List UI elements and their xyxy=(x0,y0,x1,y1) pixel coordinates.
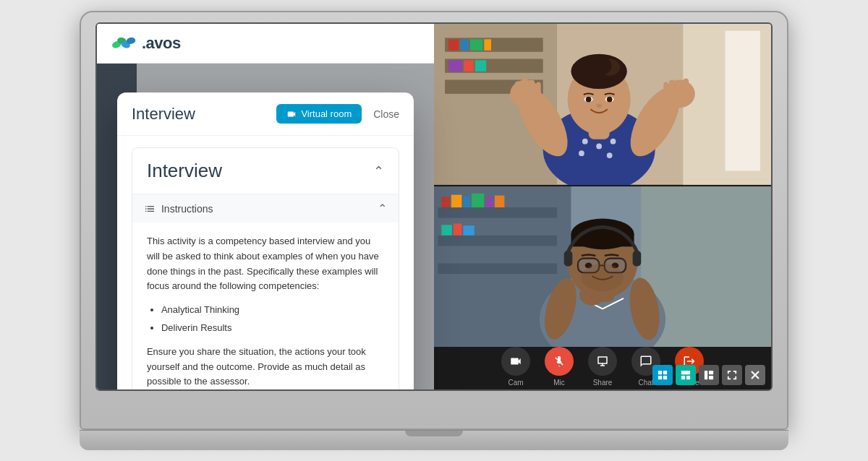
close-button[interactable]: Close xyxy=(373,108,399,120)
competency-item-2: Deliverin Results xyxy=(161,321,384,336)
svg-rect-34 xyxy=(669,79,675,98)
avos-header: .avos xyxy=(97,24,434,64)
svg-rect-33 xyxy=(683,79,689,98)
video-grid xyxy=(434,24,771,347)
svg-rect-51 xyxy=(438,263,557,274)
svg-rect-79 xyxy=(633,251,642,266)
modal-body: Interview ⌃ xyxy=(117,136,414,391)
video-scene-female xyxy=(434,24,771,185)
svg-rect-55 xyxy=(472,193,484,207)
svg-rect-60 xyxy=(463,225,474,236)
cam-icon xyxy=(501,347,530,376)
share-svg xyxy=(596,355,609,368)
svg-rect-29 xyxy=(529,79,535,98)
svg-point-45 xyxy=(596,103,602,108)
laptop-screen: .avos Inte xyxy=(95,22,773,391)
svg-rect-17 xyxy=(475,60,486,71)
svg-rect-49 xyxy=(438,207,557,218)
list-icon xyxy=(144,203,156,215)
toolbar-close-button[interactable] xyxy=(745,365,765,385)
svg-rect-89 xyxy=(709,371,713,374)
svg-rect-86 xyxy=(681,376,685,379)
svg-point-77 xyxy=(582,263,624,291)
svg-point-22 xyxy=(579,150,584,156)
toolbar-btn-2[interactable] xyxy=(676,365,696,385)
share-button[interactable]: Share xyxy=(588,347,617,387)
camera-svg xyxy=(509,355,522,368)
svg-rect-90 xyxy=(709,376,713,379)
svg-rect-8 xyxy=(445,38,543,51)
svg-point-20 xyxy=(596,144,602,150)
laptop-wrapper: .avos Inte xyxy=(36,7,832,454)
svg-rect-53 xyxy=(451,194,462,207)
modal-title: Interview xyxy=(132,105,265,124)
layout-icon xyxy=(681,370,691,380)
interview-card: Interview ⌃ xyxy=(132,147,399,391)
svg-rect-32 xyxy=(676,81,682,98)
svg-rect-87 xyxy=(686,376,690,379)
mic-svg xyxy=(553,355,565,368)
svg-rect-54 xyxy=(463,196,470,207)
svg-rect-59 xyxy=(454,223,462,235)
mic-icon xyxy=(545,347,574,376)
instructions-header[interactable]: Instructions ⌃ xyxy=(132,194,399,223)
cam-button[interactable]: Cam xyxy=(501,347,530,387)
svg-rect-28 xyxy=(522,79,528,98)
instructions-para-2: Ensure you share the situation, the acti… xyxy=(147,345,384,389)
virtual-room-button[interactable]: Virtual room xyxy=(276,104,362,124)
screen-content: .avos Inte xyxy=(97,24,771,389)
instructions-collapse-icon: ⌃ xyxy=(378,202,387,215)
interview-card-header[interactable]: Interview ⌃ xyxy=(132,148,399,194)
toolbar-btn-4[interactable] xyxy=(722,365,742,385)
laptop-body: .avos Inte xyxy=(80,11,788,430)
fullscreen-icon xyxy=(727,370,737,380)
toolbar-btn-1[interactable] xyxy=(652,365,673,385)
svg-rect-88 xyxy=(705,371,707,379)
avos-logo-icon xyxy=(111,34,137,53)
mic-button[interactable]: Mic xyxy=(545,347,574,387)
svg-rect-11 xyxy=(448,39,459,50)
instructions-body: This activity is a competency based inte… xyxy=(132,223,399,391)
interview-modal: Interview Virtual room Close xyxy=(117,92,414,391)
svg-point-21 xyxy=(610,139,616,145)
svg-point-23 xyxy=(607,152,613,158)
svg-rect-12 xyxy=(460,39,469,50)
chat-svg xyxy=(639,355,652,368)
svg-point-19 xyxy=(582,139,588,145)
laptop-notch xyxy=(405,431,463,436)
grid-icon xyxy=(658,370,668,380)
svg-rect-14 xyxy=(484,39,491,50)
svg-rect-85 xyxy=(681,371,690,374)
svg-rect-81 xyxy=(658,371,662,374)
avos-logo: .avos xyxy=(111,34,181,53)
video-participant-female xyxy=(434,24,771,186)
instructions-para-1: This activity is a competency based inte… xyxy=(147,234,384,294)
sidebar-icon xyxy=(704,370,714,380)
left-panel: .avos Inte xyxy=(97,24,434,389)
competency-item-1: Analytical Thinking xyxy=(161,303,384,318)
svg-rect-84 xyxy=(663,376,667,379)
share-label: Share xyxy=(593,379,613,387)
interview-card-title: Interview xyxy=(147,160,222,182)
right-panel: Cam Mic xyxy=(434,24,771,389)
svg-rect-57 xyxy=(495,195,505,207)
svg-rect-50 xyxy=(438,236,557,246)
svg-rect-83 xyxy=(658,376,662,379)
svg-rect-35 xyxy=(663,82,668,97)
video-participant-male xyxy=(434,186,771,348)
svg-rect-82 xyxy=(663,371,667,374)
close-icon xyxy=(751,371,760,379)
laptop-base xyxy=(80,430,788,450)
svg-rect-15 xyxy=(448,60,462,71)
modal-overlay: Interview Virtual room Close xyxy=(97,64,434,389)
instructions-label: Instructions xyxy=(161,203,213,215)
instructions-section: Instructions ⌃ This activity is a compet… xyxy=(132,194,399,391)
svg-rect-58 xyxy=(441,225,452,236)
svg-point-44 xyxy=(607,97,613,103)
svg-rect-13 xyxy=(470,39,482,50)
video-icon xyxy=(286,109,297,119)
toolbar-btn-3[interactable] xyxy=(699,365,719,385)
svg-rect-6 xyxy=(725,31,760,171)
bottom-toolbar xyxy=(652,365,765,385)
svg-rect-16 xyxy=(464,60,474,71)
